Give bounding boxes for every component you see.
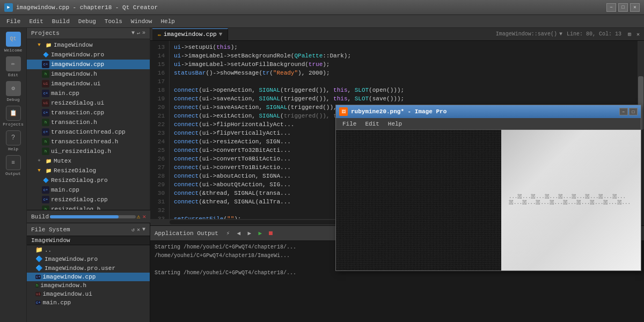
title-bar: ▶ imagewindow.cpp - chapter18 - Qt Creat… (0, 0, 644, 15)
fs-settings-icon[interactable]: ▼ (142, 226, 145, 233)
line-col-info: Line: 80, Col: 13 (567, 31, 621, 37)
menu-file[interactable]: File (2, 17, 25, 26)
window-title: imagewindow.cpp - chapter18 - Qt Creator (16, 4, 606, 11)
floating-maximize[interactable]: □ (629, 108, 638, 115)
maximize-button[interactable]: □ (618, 3, 628, 12)
tree-transactionthread-cpp[interactable]: c+ transactionthread.cpp (27, 127, 150, 137)
menu-window[interactable]: Window (127, 17, 157, 26)
output-btn-prev[interactable]: ◀ (233, 228, 244, 239)
output-title: Application Output (155, 230, 218, 237)
cpp-icon4: c+ (42, 128, 49, 136)
tree-resizedialog-cpp[interactable]: c+ resizedialog.cpp (27, 195, 150, 204)
fs-item-cpp[interactable]: c+imagewindow.cpp (27, 273, 150, 281)
menu-debug[interactable]: Debug (74, 17, 100, 26)
fs-item-ui[interactable]: uiimagewindow.ui (27, 290, 150, 298)
menu-edit[interactable]: Edit (25, 17, 47, 26)
function-selector[interactable]: ImageWindow::save() (496, 31, 557, 37)
output-label: Output (5, 171, 21, 176)
fs-cpp-icon: c+ (35, 275, 41, 279)
fs-pro-icon: 🔷 (35, 255, 43, 262)
welcome-icon: Qt (6, 32, 21, 47)
fs-item-parent[interactable]: 📁.. (27, 245, 150, 254)
tree-transaction-h[interactable]: h transaction.h (27, 118, 150, 127)
line-numbers: 1314151617 1819202122 2324252627 2829303… (150, 41, 170, 219)
debug-label: Debug (6, 97, 19, 102)
pro-icon: 🔷 (42, 51, 49, 58)
tree-resizedialog-ui[interactable]: ui resizedialog.ui (27, 98, 150, 108)
fs-item-h[interactable]: himagewindow.h (27, 281, 150, 290)
tree-resizedialog-main[interactable]: c+ main.cpp (27, 185, 150, 195)
help-icon: ? (6, 130, 21, 145)
float-menu-edit[interactable]: Edit (361, 120, 383, 128)
debug-icon: ⚙ (6, 81, 21, 96)
tab-bar: ✏ imagewindow.cpp ▼ ImageWindow::save() … (150, 28, 644, 41)
back-icon[interactable]: ↩ (137, 30, 140, 36)
menu-build[interactable]: Build (48, 17, 74, 26)
forward-icon[interactable]: » (142, 30, 145, 36)
tab-imagewindow-cpp[interactable]: ✏ imagewindow.cpp ▼ (152, 28, 228, 40)
floating-menu: File Edit Help (336, 118, 641, 130)
tree-imagewindow-folder[interactable]: ▼ 📁 ImageWindow (27, 40, 150, 50)
app-icon: ▶ (4, 3, 13, 12)
activity-output[interactable]: ≡ Output (2, 153, 25, 177)
fs-item-pro-user[interactable]: 🔷ImageWindow.pro.user (27, 264, 150, 273)
tree-resizedialog-folder[interactable]: ▼ 📁 ResizeDialog (27, 166, 150, 175)
close-button[interactable]: ✕ (630, 3, 640, 12)
tree-mutex-folder[interactable]: + 📁 Mutex (27, 156, 150, 166)
cpp-icon3: c+ (42, 109, 49, 116)
minimize-button[interactable]: − (606, 3, 616, 12)
output-icon: ≡ (6, 155, 21, 170)
fs-item-main[interactable]: c+main.cpp (27, 298, 150, 307)
floating-title-bar[interactable]: 🖼 rubymine20.png* - Image Pro − □ (336, 105, 641, 118)
activity-edit[interactable]: ✏ Edit (2, 55, 25, 78)
output-btn-stop[interactable]: ⏹ (266, 228, 276, 239)
fs-path: ImageWindow (27, 236, 150, 245)
folder-icon2: ▼ (35, 167, 43, 174)
close-tab-icon[interactable]: ✕ (634, 31, 642, 38)
tree-imagewindow-ui[interactable]: ui imagewindow.ui (27, 79, 150, 89)
build-progress-fill (50, 215, 119, 218)
menu-tools[interactable]: Tools (100, 17, 127, 26)
fs-item-pro[interactable]: 🔷ImageWindow.pro (27, 254, 150, 264)
float-menu-help[interactable]: Help (384, 120, 406, 128)
activity-help[interactable]: ? Help (2, 129, 25, 152)
cpp-icon6: c+ (42, 196, 49, 203)
tree-main-cpp[interactable]: c+ main.cpp (27, 89, 150, 98)
floating-title-text: rubymine20.png* - Image Pro (351, 108, 619, 115)
tree-resizedialog-pro[interactable]: 🔷 ResizeDialog.pro (27, 175, 150, 185)
h-icon4: h (42, 148, 49, 155)
cpp-icon5: c+ (42, 186, 49, 194)
fs-header-icons: ↺ ✕ ▼ (131, 226, 145, 233)
float-menu-file[interactable]: File (338, 120, 361, 128)
tree-imagewindow-cpp[interactable]: c+ imagewindow.cpp (27, 60, 150, 69)
cpp-icon: c+ (42, 61, 49, 68)
tree-transactionthread-h[interactable]: h transactionthread.h (27, 137, 150, 147)
menu-help[interactable]: Help (156, 17, 179, 26)
floating-image-content: ...噐...噐...噐...噐...噐...噐...噐...噐...噐...噐… (336, 130, 641, 270)
activity-debug[interactable]: ⚙ Debug (2, 79, 25, 103)
floating-minimize[interactable]: − (619, 108, 628, 115)
function-dropdown[interactable]: ▼ (559, 31, 562, 37)
fs-close-icon[interactable]: ✕ (137, 226, 140, 233)
tree-ui-resizedialog-h[interactable]: h ui_resizedialog.h (27, 147, 150, 156)
projects-title: Projects (31, 30, 131, 36)
tree-imagewindow-pro[interactable]: 🔷 ImageWindow.pro (27, 50, 150, 60)
plus-icon: + (35, 157, 43, 165)
tree-imagewindow-h[interactable]: h imagewindow.h (27, 69, 150, 79)
output-btn-flash[interactable]: ⚡ (223, 228, 233, 239)
menu-bar: File Edit Build Debug Tools Window Help (0, 15, 644, 28)
filter-icon[interactable]: ▼ (131, 30, 135, 36)
activity-welcome[interactable]: Qt Welcome (2, 30, 25, 54)
output-btn-next[interactable]: ▶ (244, 228, 255, 239)
fs-pro-user-icon: 🔷 (35, 265, 43, 272)
activity-projects[interactable]: 📋 Projects (2, 104, 25, 128)
tree-transaction-cpp[interactable]: c+ transaction.cpp (27, 108, 150, 118)
build-bar: Build ⚠ ✕ (27, 210, 150, 223)
output-btn-run[interactable]: ▶ (255, 228, 266, 239)
welcome-label: Welcome (4, 48, 23, 53)
cpp-icon2: c+ (42, 90, 49, 97)
fs-sync-icon[interactable]: ↺ (131, 226, 135, 233)
edit-label: Edit (8, 72, 18, 77)
split-icon[interactable]: ⊞ (626, 31, 633, 38)
pro-icon2: 🔷 (42, 177, 49, 184)
